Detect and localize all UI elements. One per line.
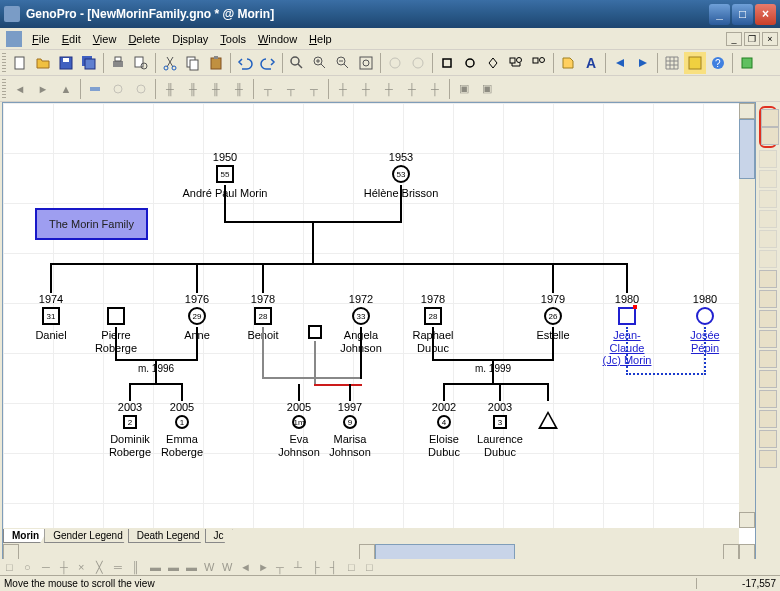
doc-restore-button[interactable]: ❐ — [744, 32, 760, 46]
tool-wizard[interactable] — [736, 52, 758, 74]
person-benoit[interactable]: 28 — [254, 307, 272, 325]
tab-death-legend[interactable]: Death Legend — [128, 529, 209, 543]
btool-4[interactable]: ┼ — [60, 561, 76, 575]
nav-back[interactable]: ◄ — [9, 78, 31, 100]
undo-button[interactable] — [234, 52, 256, 74]
find-button[interactable] — [286, 52, 308, 74]
person-raphael[interactable]: 28 — [424, 307, 442, 325]
tool-male[interactable] — [436, 52, 458, 74]
menu-file[interactable]: File — [26, 31, 56, 47]
palette-btn-11[interactable] — [759, 310, 777, 328]
child-tool-1[interactable]: ┬ — [257, 78, 279, 100]
person-marisa[interactable]: 9 — [343, 415, 357, 429]
btool-13[interactable]: W — [222, 561, 238, 575]
btool-7[interactable]: ═ — [114, 561, 130, 575]
link-tool-1[interactable]: ┼ — [332, 78, 354, 100]
person-jc[interactable] — [618, 307, 636, 325]
scroll-down-button[interactable] — [739, 512, 755, 528]
tool-text[interactable]: A — [580, 52, 602, 74]
btool-6[interactable]: ╳ — [96, 561, 112, 575]
zoom-btn-a[interactable] — [384, 52, 406, 74]
horizontal-scrollbar[interactable] — [3, 544, 755, 560]
rel-tool-1[interactable]: ╫ — [159, 78, 181, 100]
copy-button[interactable] — [182, 52, 204, 74]
paste-button[interactable] — [205, 52, 227, 74]
btool-2[interactable]: ○ — [24, 561, 40, 575]
menu-delete[interactable]: Delete — [122, 31, 166, 47]
palette-btn-12[interactable] — [759, 330, 777, 348]
menu-help[interactable]: Help — [303, 31, 338, 47]
tab-gender-legend[interactable]: Gender Legend — [44, 529, 132, 543]
palette-btn-9[interactable] — [759, 270, 777, 288]
person-estelle[interactable]: 26 — [544, 307, 562, 325]
person-pregnancy[interactable] — [538, 411, 558, 429]
person-dominik[interactable]: 2 — [123, 415, 137, 429]
toolbar-grip[interactable] — [2, 53, 6, 73]
scroll-thumb-h[interactable] — [375, 544, 515, 560]
nav-up[interactable]: ▲ — [55, 78, 77, 100]
palette-btn-16[interactable] — [759, 410, 777, 428]
link-tool-3[interactable]: ┼ — [378, 78, 400, 100]
scroll-thumb[interactable] — [739, 119, 755, 179]
rel-tool-2[interactable]: ╫ — [182, 78, 204, 100]
preview-button[interactable] — [130, 52, 152, 74]
tool-arrow-left[interactable] — [609, 52, 631, 74]
palette-btn-1[interactable] — [761, 109, 779, 127]
btool-9[interactable]: ▬ — [150, 561, 166, 575]
palette-btn-17[interactable] — [759, 430, 777, 448]
scroll-up-button[interactable] — [739, 103, 755, 119]
palette-btn-18[interactable] — [759, 450, 777, 468]
child-tool-2[interactable]: ┬ — [280, 78, 302, 100]
btool-1[interactable]: □ — [6, 561, 22, 575]
maximize-button[interactable]: □ — [732, 4, 753, 25]
person-pierre[interactable] — [107, 307, 125, 325]
family-title-box[interactable]: The Morin Family — [35, 208, 148, 240]
palette-btn-15[interactable] — [759, 390, 777, 408]
person-eloise[interactable]: 4 — [437, 415, 451, 429]
palette-btn-6[interactable] — [759, 210, 777, 228]
app-menu-icon[interactable] — [6, 31, 22, 47]
genogram-canvas[interactable]: The Morin Family 1950 55 André Paul Mori… — [3, 103, 739, 528]
palette-btn-13[interactable] — [759, 350, 777, 368]
tool-snap[interactable] — [684, 52, 706, 74]
tool-unknown[interactable] — [482, 52, 504, 74]
gen-tool-2[interactable]: ▣ — [476, 78, 498, 100]
scroll-left-button-2[interactable] — [359, 544, 375, 560]
btool-17[interactable]: ┴ — [294, 561, 310, 575]
vertical-scrollbar[interactable] — [739, 103, 755, 528]
toolbar-grip-2[interactable] — [2, 79, 6, 99]
palette-btn-3[interactable] — [759, 150, 777, 168]
zoom-fit-button[interactable] — [355, 52, 377, 74]
btool-15[interactable]: ► — [258, 561, 274, 575]
menu-edit[interactable]: Edit — [56, 31, 87, 47]
palette-btn-10[interactable] — [759, 290, 777, 308]
btool-5[interactable]: × — [78, 561, 94, 575]
person-unknown-male[interactable] — [308, 325, 322, 339]
btool-18[interactable]: ├ — [312, 561, 328, 575]
scroll-right-button[interactable] — [723, 544, 739, 560]
tree-tool-3[interactable] — [130, 78, 152, 100]
person-emma[interactable]: 1 — [175, 415, 189, 429]
close-button[interactable]: × — [755, 4, 776, 25]
new-button[interactable] — [9, 52, 31, 74]
palette-btn-2[interactable] — [761, 127, 779, 145]
link-tool-2[interactable]: ┼ — [355, 78, 377, 100]
redo-button[interactable] — [257, 52, 279, 74]
person-andre[interactable]: 55 — [216, 165, 234, 183]
palette-btn-4[interactable] — [759, 170, 777, 188]
rel-tool-3[interactable]: ╫ — [205, 78, 227, 100]
tool-label[interactable] — [557, 52, 579, 74]
zoom-in-button[interactable] — [309, 52, 331, 74]
menu-window[interactable]: Window — [252, 31, 303, 47]
person-angela[interactable]: 33 — [352, 307, 370, 325]
person-josee[interactable] — [696, 307, 714, 325]
tool-grid[interactable] — [661, 52, 683, 74]
palette-btn-5[interactable] — [759, 190, 777, 208]
menu-view[interactable]: View — [87, 31, 123, 47]
palette-btn-8[interactable] — [759, 250, 777, 268]
menu-tools[interactable]: Tools — [214, 31, 252, 47]
link-tool-5[interactable]: ┼ — [424, 78, 446, 100]
save-button[interactable] — [55, 52, 77, 74]
doc-minimize-button[interactable]: _ — [726, 32, 742, 46]
btool-21[interactable]: □ — [366, 561, 382, 575]
